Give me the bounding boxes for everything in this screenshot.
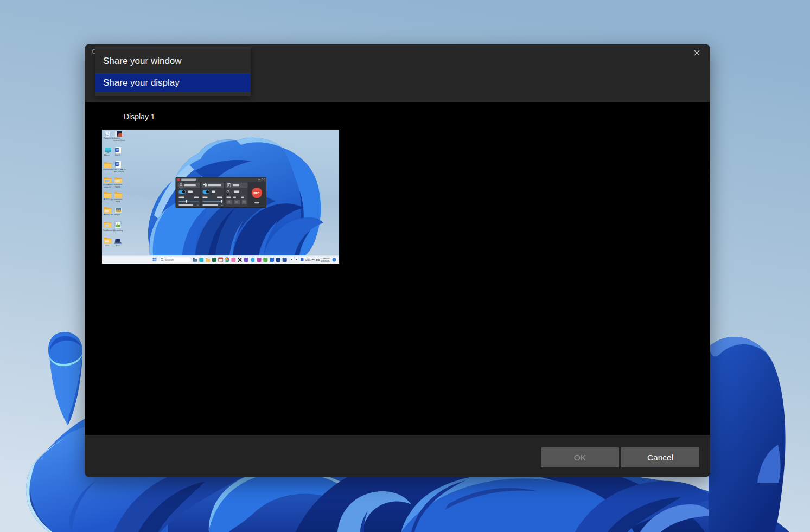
svg-text:i: i bbox=[334, 259, 334, 261]
svg-text:RDI: RDI bbox=[116, 245, 120, 247]
svg-text:_scpatony: _scpatony bbox=[113, 229, 123, 232]
svg-text:Swithdudio..: Swithdudio.. bbox=[103, 169, 114, 171]
svg-text:Search: Search bbox=[165, 258, 174, 261]
svg-text:Alarm: Alarm bbox=[104, 154, 110, 156]
svg-text:screenOrient: screenOrient bbox=[113, 139, 126, 142]
svg-text:W: W bbox=[116, 149, 119, 152]
svg-text:REC: REC bbox=[254, 191, 260, 195]
svg-text:empix: empix bbox=[114, 214, 120, 216]
svg-text:Doc5: Doc5 bbox=[115, 154, 120, 156]
svg-text:AUTO.upj: AUTO.upj bbox=[104, 198, 113, 201]
svg-text:00: 00 bbox=[235, 201, 239, 204]
svg-text:SECUREV...: SECUREV... bbox=[114, 171, 125, 173]
svg-text:VOC: VOC bbox=[105, 245, 110, 247]
svg-text:TAKB: TAKB bbox=[115, 201, 120, 203]
svg-text:6/9/2025: 6/9/2025 bbox=[321, 260, 330, 262]
svg-text:W: W bbox=[116, 163, 119, 166]
svg-text:10: 10 bbox=[243, 201, 246, 204]
svg-text:ENG: ENG bbox=[305, 259, 311, 261]
svg-text:Abrec2.fbl: Abrec2.fbl bbox=[104, 214, 113, 216]
svg-text:TAKB: TAKB bbox=[115, 186, 120, 188]
svg-text:21: 21 bbox=[228, 201, 231, 204]
svg-text:snapsht: snapsht bbox=[104, 186, 111, 188]
